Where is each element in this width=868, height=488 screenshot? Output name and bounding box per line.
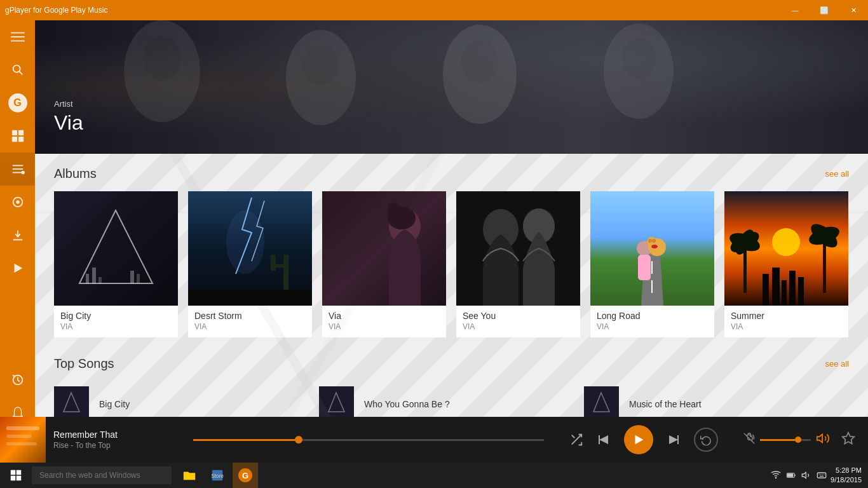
progress-fill	[193, 439, 299, 441]
svg-point-37	[226, 210, 264, 274]
svg-marker-85	[635, 435, 644, 445]
song-name-1: Big City	[99, 399, 130, 409]
song-thumb-3	[584, 386, 619, 421]
artist-info: Artist Via	[54, 99, 83, 135]
svg-rect-34	[130, 271, 134, 283]
sidebar-item-google[interactable]: G	[0, 86, 35, 119]
playback-controls	[557, 425, 731, 454]
taskbar-search[interactable]	[32, 466, 172, 484]
svg-point-60	[772, 228, 800, 256]
svg-point-3	[13, 65, 20, 72]
sidebar-item-menu[interactable]	[0, 20, 35, 53]
album-artist: VIA	[60, 322, 172, 331]
volume-area	[731, 431, 868, 449]
svg-rect-73	[54, 386, 89, 421]
svg-rect-8	[18, 137, 23, 142]
minimize-button[interactable]: —	[780, 0, 810, 20]
track-artist: Rise - To the Top	[53, 441, 180, 450]
svg-marker-83	[599, 435, 608, 444]
title-bar: gPlayer for Google Play Music — ⬜ ✕	[0, 0, 868, 20]
svg-rect-94	[17, 476, 22, 481]
artist-hero: Artist Via	[35, 20, 868, 154]
volume-slider[interactable]	[760, 439, 811, 441]
shuffle-button[interactable]	[569, 433, 583, 447]
svg-marker-17	[14, 264, 22, 273]
svg-point-57	[652, 239, 656, 243]
sidebar-item-queue[interactable]	[0, 152, 35, 186]
svg-marker-89	[817, 434, 822, 442]
artist-name: Via	[54, 111, 83, 135]
svg-point-12	[21, 171, 25, 175]
svg-marker-90	[843, 432, 854, 443]
prev-button[interactable]	[596, 432, 611, 447]
album-see-you[interactable]: See You VIA	[456, 191, 580, 337]
svg-rect-40	[271, 255, 276, 271]
sidebar-item-radio[interactable]	[0, 186, 35, 219]
top-songs-see-all[interactable]: see all	[825, 359, 849, 369]
sidebar-item-library[interactable]	[0, 119, 35, 152]
svg-rect-0	[11, 32, 25, 34]
next-button[interactable]	[666, 432, 681, 447]
svg-rect-71	[789, 271, 796, 306]
album-desert-storm[interactable]: Desrt Storm VIA	[188, 191, 312, 337]
albums-see-all[interactable]: see all	[825, 169, 849, 179]
svg-point-97	[775, 477, 776, 478]
start-button[interactable]	[0, 463, 32, 488]
favorite-button[interactable]	[841, 431, 855, 449]
svg-rect-1	[11, 36, 25, 37]
mute-button[interactable]	[743, 433, 755, 447]
track-info: Remember That Rise - To the Top	[53, 430, 180, 450]
repeat-button[interactable]	[694, 428, 718, 452]
album-long-road[interactable]: Long Road VIA	[590, 191, 714, 337]
close-button[interactable]: ✕	[839, 0, 868, 20]
now-playing-art	[0, 417, 46, 463]
album-artist: VIA	[194, 322, 306, 331]
albums-section: Albums see all	[54, 166, 849, 337]
svg-rect-69	[772, 268, 780, 306]
svg-rect-102	[817, 473, 825, 478]
svg-rect-68	[763, 274, 769, 306]
clock-date: 9/18/2015	[831, 475, 862, 485]
gplayer-taskbar-icon[interactable]: G	[233, 463, 258, 488]
svg-rect-84	[599, 435, 600, 444]
svg-rect-93	[11, 476, 16, 481]
svg-rect-53	[638, 255, 651, 280]
svg-rect-31	[86, 274, 89, 283]
svg-rect-72	[798, 277, 804, 306]
progress-area[interactable]	[180, 439, 557, 441]
album-artist: VIA	[731, 322, 842, 331]
progress-bar[interactable]	[193, 439, 544, 441]
sidebar-item-search[interactable]	[0, 53, 35, 86]
album-via[interactable]: Via VIA	[322, 191, 446, 337]
clock-time: 5:28 PM	[831, 466, 862, 475]
file-explorer-icon[interactable]	[177, 463, 202, 488]
svg-rect-2	[11, 41, 25, 42]
maximize-button[interactable]: ⬜	[810, 0, 839, 20]
svg-rect-29	[54, 191, 178, 306]
album-name: Desrt Storm	[194, 311, 306, 321]
svg-point-14	[16, 200, 20, 204]
album-name: Via	[329, 311, 440, 321]
svg-point-56	[648, 239, 652, 243]
svg-rect-32	[92, 268, 96, 283]
sidebar-item-play[interactable]	[0, 252, 35, 285]
taskbar-icons: Store G	[177, 463, 258, 488]
album-summer[interactable]: Summer VIA	[724, 191, 848, 337]
svg-rect-81	[6, 435, 32, 438]
svg-rect-6	[18, 130, 23, 135]
sidebar-item-recent[interactable]	[0, 363, 35, 396]
sidebar-item-download[interactable]	[0, 219, 35, 252]
svg-rect-41	[188, 290, 312, 306]
store-icon[interactable]: Store	[205, 463, 230, 488]
now-playing-bar: Remember That Rise - To the Top	[0, 417, 868, 463]
artist-label: Artist	[54, 99, 83, 109]
svg-rect-75	[319, 386, 354, 421]
albums-header: Albums see all	[54, 166, 849, 181]
content-area: Albums see all	[35, 154, 868, 440]
play-button[interactable]	[624, 425, 653, 454]
svg-rect-42	[322, 191, 446, 306]
svg-rect-80	[6, 426, 39, 430]
album-big-city[interactable]: Big City VIA	[54, 191, 178, 337]
svg-rect-7	[11, 137, 17, 142]
svg-rect-82	[6, 442, 37, 445]
